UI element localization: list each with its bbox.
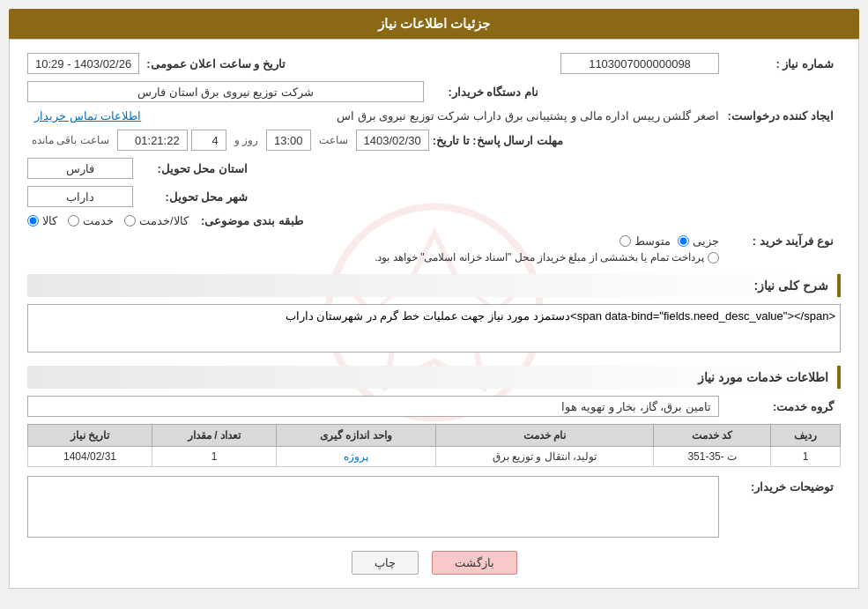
buyer-notes-textarea[interactable] <box>27 476 719 538</box>
city-row: شهر محل تحویل: داراب <box>27 186 841 207</box>
purchase-option-bonds[interactable]: پرداخت تمام یا بخششی از مبلغ خریداز محل … <box>27 251 719 264</box>
category-radio-group: کالا/خدمت خدمت کالا <box>27 214 189 227</box>
services-section-title: اطلاعات خدمات مورد نیاز <box>27 366 841 389</box>
page-header: جزئیات اطلاعات نیاز <box>9 9 859 39</box>
need-number-value: 1103007000000098 <box>560 53 719 74</box>
deadline-date: 1403/02/30 <box>356 130 429 151</box>
category-option-kala[interactable]: کالا <box>27 214 57 227</box>
creator-label: ایجاد کننده درخواست: <box>719 109 834 123</box>
buyer-org-row: نام دستگاه خریدار: شرکت توزیع نیروی برق … <box>27 81 841 102</box>
buyer-notes-label: توضیحات خریدار: <box>719 476 834 494</box>
deadline-label: مهلت ارسال پاسخ: تا تاریخ: <box>433 134 563 147</box>
city-label: شهر محل تحویل: <box>133 190 248 204</box>
province-label: استان محل تحویل: <box>133 162 248 175</box>
buyer-org-label: نام دستگاه خریدار: <box>424 85 538 99</box>
purchase-type-label: نوع فرآیند خرید : <box>719 234 834 248</box>
col-row: ردیف <box>771 425 841 447</box>
deadline-row: مهلت ارسال پاسخ: تا تاریخ: 1403/02/30 سا… <box>27 130 841 151</box>
service-group-row: گروه خدمت: تامین برق، گاز، بخار و تهویه … <box>27 396 841 417</box>
need-number-label: شماره نیاز : <box>719 57 834 71</box>
service-group-label: گروه خدمت: <box>719 400 834 413</box>
deadline-days-label: روز و <box>234 134 258 146</box>
col-unit: واحد اندازه گیری <box>276 425 435 447</box>
contact-link[interactable]: اطلاعات تماس خریدار <box>34 109 141 123</box>
deadline-time: 13:00 <box>266 130 311 151</box>
purchase-type-row: نوع فرآیند خرید : جزیی متوسط <box>27 234 841 264</box>
col-code: کد خدمت <box>654 425 771 447</box>
remaining-label: ساعت باقی مانده <box>32 134 109 146</box>
purchase-option-motevaset[interactable]: متوسط <box>619 234 671 248</box>
col-quantity: تعداد / مقدار <box>152 425 277 447</box>
announce-label: تاریخ و ساعت اعلان عمومی: <box>146 57 286 71</box>
need-desc-section-title: شرح کلی نیاز: <box>27 274 841 297</box>
province-row: استان محل تحویل: فارس <box>27 158 841 179</box>
need-number-row: شماره نیاز : 1103007000000098 تاریخ و سا… <box>27 53 841 74</box>
print-button[interactable]: چاپ <box>352 551 419 575</box>
category-row: طبقه بندی موضوعی: کالا/خدمت خدمت کالا <box>27 214 841 227</box>
announce-value: 1403/02/26 - 10:29 <box>27 53 139 74</box>
creator-row: ایجاد کننده درخواست: اصغر گلشن رییس ادار… <box>27 109 841 123</box>
deadline-days: 4 <box>191 130 226 151</box>
province-value: فارس <box>27 158 133 179</box>
deadline-time-label: ساعت <box>319 134 348 146</box>
table-row: 1ت -35-351تولید، انتقال و توزیع برقپروژه… <box>28 447 841 467</box>
creator-value: اصغر گلشن رییس اداره مالی و پشتیبانی برق… <box>141 109 719 123</box>
need-desc-textarea[interactable]: <span data-bind="fields.need_desc_value"… <box>27 304 841 353</box>
buyer-notes-row: توضیحات خریدار: <box>27 476 841 538</box>
category-label: طبقه بندی موضوعی: <box>189 214 303 227</box>
service-group-value: تامین برق، گاز، بخار و تهویه هوا <box>27 396 719 417</box>
buyer-org-value: شرکت توزیع نیروی برق استان فارس <box>27 81 424 102</box>
col-name: نام خدمت <box>435 425 654 447</box>
purchase-option-jazii[interactable]: جزیی <box>678 234 719 248</box>
services-table: ردیف کد خدمت نام خدمت واحد اندازه گیری ت… <box>27 424 841 467</box>
category-option-kala-khedmat[interactable]: کالا/خدمت <box>124 214 189 227</box>
back-button[interactable]: بازگشت <box>432 551 517 575</box>
category-option-khedmat[interactable]: خدمت <box>68 214 114 227</box>
city-value: داراب <box>27 186 133 207</box>
col-date: تاریخ نیاز <box>28 425 152 447</box>
buttons-row: بازگشت چاپ <box>27 551 841 575</box>
remaining-time: 01:21:22 <box>117 130 188 151</box>
page-title: جزئیات اطلاعات نیاز <box>378 16 490 31</box>
